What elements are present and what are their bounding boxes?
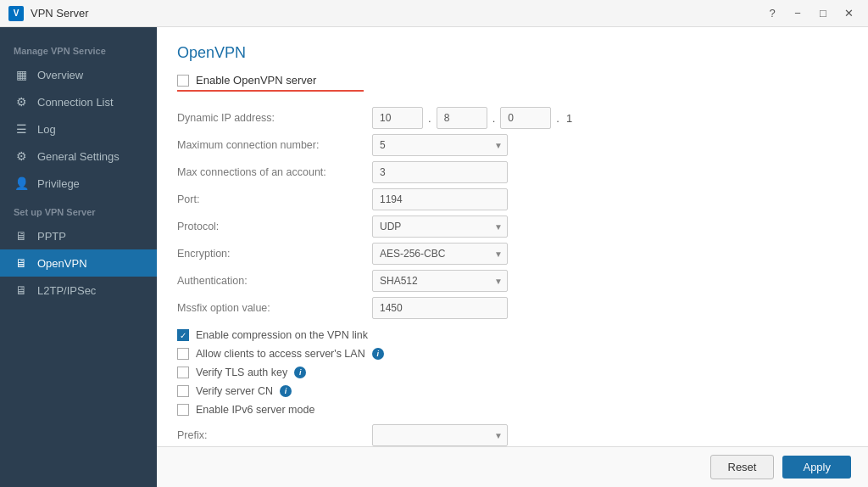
- enable-compression-label: Enable compression on the VPN link: [196, 329, 368, 341]
- reset-button[interactable]: Reset: [710, 455, 775, 479]
- minimize-button[interactable]: −: [787, 5, 809, 22]
- max-conn-select[interactable]: 5 10 15 20: [372, 134, 508, 156]
- content-area: OpenVPN Enable OpenVPN server Dynamic IP…: [157, 27, 868, 487]
- verify-server-cn-checkbox[interactable]: [177, 385, 189, 397]
- max-conn-label: Maximum connection number:: [177, 139, 372, 151]
- sidebar: Manage VPN Service ▦ Overview ⚙ Connecti…: [0, 27, 157, 487]
- window-controls: ? − □ ✕: [761, 5, 860, 22]
- sidebar-item-overview[interactable]: ▦ Overview: [0, 61, 157, 88]
- openvpn-icon: 🖥: [14, 256, 29, 270]
- protocol-label: Protocol:: [177, 221, 372, 232]
- dynamic-ip-oct3[interactable]: [500, 107, 551, 129]
- max-conn-select-wrapper: 5 10 15 20 ▼: [372, 134, 508, 156]
- verify-tls-checkbox[interactable]: [177, 367, 189, 378]
- auth-select[interactable]: SHA512 SHA256 MD5: [372, 270, 508, 292]
- max-acc-input[interactable]: [372, 161, 508, 183]
- sidebar-item-connection-list[interactable]: ⚙ Connection List: [0, 88, 157, 115]
- encryption-control: AES-256-CBC AES-128-CBC None ▼: [372, 243, 508, 265]
- mssfix-input[interactable]: [372, 297, 508, 319]
- dynamic-ip-label: Dynamic IP address:: [177, 112, 372, 124]
- allow-clients-lan-info[interactable]: i: [372, 348, 384, 360]
- auth-select-wrapper: SHA512 SHA256 MD5 ▼: [372, 270, 508, 292]
- enable-underline: [177, 90, 364, 92]
- checkbox-verify-server-cn: Verify server CN i: [177, 382, 848, 400]
- privilege-icon: 👤: [14, 176, 29, 190]
- encryption-label: Encryption:: [177, 248, 372, 260]
- encryption-row: Encryption: AES-256-CBC AES-128-CBC None…: [177, 241, 848, 266]
- checkboxes-section: Enable compression on the VPN link Allow…: [177, 326, 848, 419]
- sidebar-item-openvpn[interactable]: 🖥 OpenVPN: [0, 249, 157, 277]
- titlebar: V VPN Server ? − □ ✕: [0, 0, 868, 27]
- sidebar-item-privilege[interactable]: 👤 Privilege: [0, 170, 157, 197]
- content-main: OpenVPN Enable OpenVPN server Dynamic IP…: [157, 27, 868, 446]
- encryption-select[interactable]: AES-256-CBC AES-128-CBC None: [372, 243, 508, 265]
- prefix-select-wrapper: ▼: [372, 424, 508, 446]
- max-acc-control: [372, 161, 508, 183]
- enable-openvpn-checkbox[interactable]: [177, 75, 189, 87]
- dot-sep-3: .: [556, 112, 559, 125]
- encryption-select-wrapper: AES-256-CBC AES-128-CBC None ▼: [372, 243, 508, 265]
- pptp-icon: 🖥: [14, 229, 29, 243]
- dynamic-ip-control: . . . 1: [372, 107, 572, 129]
- dynamic-ip-oct4: 1: [566, 112, 572, 125]
- protocol-row: Protocol: UDP TCP ▼: [177, 214, 848, 239]
- enable-compression-checkbox[interactable]: [177, 329, 189, 341]
- checkbox-enable-ipv6: Enable IPv6 server mode: [177, 400, 848, 419]
- allow-clients-lan-label: Allow clients to access server's LAN: [196, 348, 365, 360]
- enable-ipv6-checkbox[interactable]: [177, 404, 189, 416]
- sidebar-section-manage: Manage VPN Service: [0, 36, 157, 61]
- mssfix-row: Mssfix option value:: [177, 295, 848, 321]
- mssfix-label: Mssfix option value:: [177, 302, 372, 314]
- protocol-select[interactable]: UDP TCP: [372, 216, 508, 238]
- verify-server-cn-info[interactable]: i: [280, 385, 292, 397]
- dot-sep-1: .: [428, 112, 431, 125]
- verify-tls-info[interactable]: i: [294, 367, 306, 378]
- sidebar-item-label: L2TP/IPSec: [37, 284, 96, 297]
- auth-row: Authentication: SHA512 SHA256 MD5 ▼: [177, 268, 848, 294]
- sidebar-section-setup: Set up VPN Server: [0, 197, 157, 222]
- port-label: Port:: [177, 193, 372, 205]
- auth-label: Authentication:: [177, 275, 372, 287]
- verify-tls-label: Verify TLS auth key: [196, 367, 287, 378]
- checkbox-verify-tls: Verify TLS auth key i: [177, 363, 848, 382]
- max-acc-row: Max connections of an account:: [177, 160, 848, 185]
- sidebar-item-l2tp-ipsec[interactable]: 🖥 L2TP/IPSec: [0, 277, 157, 304]
- help-button[interactable]: ?: [761, 5, 783, 22]
- page-title: OpenVPN: [177, 44, 848, 62]
- dot-sep-2: .: [492, 112, 496, 125]
- maximize-button[interactable]: □: [812, 5, 834, 22]
- l2tp-icon: 🖥: [14, 283, 29, 297]
- port-control: [372, 188, 508, 210]
- dynamic-ip-row: Dynamic IP address: . . . 1: [177, 105, 848, 131]
- close-button[interactable]: ✕: [837, 5, 860, 22]
- prefix-label: Prefix:: [177, 429, 372, 441]
- allow-clients-lan-checkbox[interactable]: [177, 348, 189, 360]
- footer: Reset Apply: [157, 446, 868, 487]
- connection-list-icon: ⚙: [14, 95, 29, 109]
- enable-openvpn-label: Enable OpenVPN server: [196, 74, 316, 87]
- auth-control: SHA512 SHA256 MD5 ▼: [372, 270, 508, 292]
- checkbox-allow-clients-lan: Allow clients to access server's LAN i: [177, 344, 848, 363]
- dynamic-ip-oct1[interactable]: [372, 107, 423, 129]
- mssfix-control: [372, 297, 508, 319]
- app-icon: V: [8, 6, 24, 21]
- checkbox-enable-compression: Enable compression on the VPN link: [177, 326, 848, 344]
- sidebar-item-general-settings[interactable]: ⚙ General Settings: [0, 143, 157, 170]
- sidebar-item-pptp[interactable]: 🖥 PPTP: [0, 222, 157, 249]
- general-settings-icon: ⚙: [14, 149, 29, 163]
- sidebar-item-label: Overview: [37, 69, 83, 81]
- overview-icon: ▦: [14, 68, 29, 81]
- form-section: Dynamic IP address: . . . 1 Maximum conn…: [177, 105, 848, 321]
- max-conn-control: 5 10 15 20 ▼: [372, 134, 508, 156]
- sidebar-item-label: General Settings: [37, 150, 120, 163]
- port-row: Port:: [177, 187, 848, 212]
- dynamic-ip-oct2[interactable]: [437, 107, 487, 129]
- sidebar-item-label: Privilege: [37, 177, 80, 190]
- sidebar-item-log[interactable]: ☰ Log: [0, 115, 157, 143]
- prefix-select[interactable]: [372, 424, 508, 446]
- sidebar-item-label: PPTP: [37, 230, 66, 243]
- apply-button[interactable]: Apply: [782, 456, 851, 479]
- titlebar-title: VPN Server: [31, 7, 761, 20]
- port-input[interactable]: [372, 188, 508, 210]
- sidebar-item-label: OpenVPN: [37, 257, 87, 270]
